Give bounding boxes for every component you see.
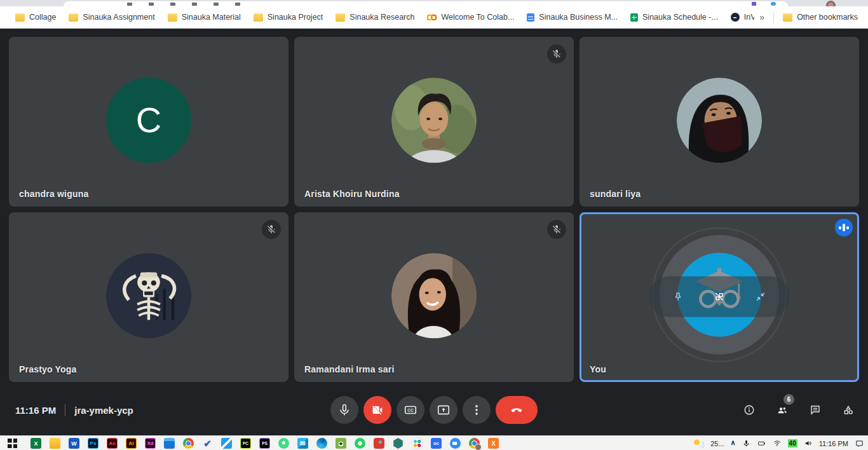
taskbar-app-word[interactable]: W <box>69 438 79 449</box>
extension-icon[interactable] <box>771 2 776 6</box>
windows-taskbar: X W Ps An Ai Xd ✔ PC <box>0 435 868 450</box>
battery-percent-badge[interactable]: 40 <box>788 439 797 447</box>
bookmarks-overflow-button[interactable]: » <box>754 11 770 24</box>
taskbar-app-origami-app[interactable] <box>374 438 384 449</box>
participant-name: Arista Khoiru Nurdina <box>304 189 400 199</box>
taskbar-app-todo-check[interactable]: ✔ <box>202 438 213 449</box>
meeting-details-button[interactable] <box>740 400 759 419</box>
taskbar-app-opencart[interactable]: oc <box>431 438 442 449</box>
activities-button[interactable] <box>839 400 858 419</box>
taskbar-app-illustrator[interactable]: Ai <box>126 438 137 449</box>
taskbar-app-vscode[interactable] <box>221 438 232 449</box>
bookmark-label: InVision <box>744 13 754 22</box>
taskbar-app-chrome[interactable] <box>183 438 194 449</box>
tile-hover-controls <box>649 276 790 317</box>
tray-wifi-icon[interactable] <box>773 439 782 447</box>
bookmark-label: Sinauka Project <box>268 13 323 22</box>
taskbar-app-mail[interactable]: ✉ <box>297 438 308 449</box>
bookmarks-list: Collage Sinauka Assignment Sinauka Mater… <box>10 10 754 24</box>
more-options-button[interactable] <box>463 396 491 424</box>
bookmark-item[interactable]: Sinauka Assignment <box>64 10 159 24</box>
taskbar-app-chrome-profile[interactable] <box>469 438 480 449</box>
bookmarks-bar: Collage Sinauka Assignment Sinauka Mater… <box>0 6 868 29</box>
bookmark-folder-icon <box>168 13 177 22</box>
tray-expand-chevron[interactable]: ∧ <box>731 439 736 447</box>
present-screen-button[interactable] <box>430 396 458 424</box>
avatar-photo <box>391 253 477 338</box>
taskbar-app-pycharm[interactable]: PC <box>240 438 251 449</box>
exit-fullscreen-icon[interactable] <box>751 287 770 306</box>
video-tile-arista[interactable]: Arista Khoiru Nurdina <box>294 37 574 207</box>
taskbar-app-animate[interactable]: An <box>107 438 118 449</box>
taskbar-app-photoshop[interactable]: Ps <box>88 438 98 449</box>
bookmark-label: Sinauka Assignment <box>83 13 154 22</box>
end-call-button[interactable] <box>496 396 538 424</box>
video-tile-sundari[interactable]: sundari liya <box>580 37 859 207</box>
taskbar-clock[interactable]: 11:16 PM <box>819 440 848 447</box>
taskbar-app-xampp[interactable]: ꓫ <box>488 438 499 449</box>
browser-profile-avatar[interactable] <box>826 1 836 6</box>
video-tile-chandra-wiguna[interactable]: C chandra wiguna <box>9 37 288 207</box>
participant-name: Ramandani Irma sari <box>304 364 395 374</box>
participants-button[interactable]: 6 <box>773 400 792 419</box>
tray-volume-icon[interactable] <box>804 439 813 447</box>
bookmark-folder-icon <box>69 13 78 22</box>
taskbar-app-edge[interactable] <box>316 438 327 449</box>
video-tile-you[interactable]: You <box>580 212 859 382</box>
pin-tile-button[interactable] <box>668 287 688 306</box>
bookmark-item[interactable]: Sinauka Material <box>163 10 246 24</box>
taskbar-app-calendar[interactable] <box>164 438 175 449</box>
avatar-photo <box>677 78 762 163</box>
svg-text:CC: CC <box>407 408 414 412</box>
mic-toggle-button[interactable] <box>330 396 358 424</box>
tray-mic-icon[interactable] <box>742 439 750 447</box>
mic-muted-icon <box>547 220 566 239</box>
browser-topbar <box>0 0 868 6</box>
taskbar-app-file-explorer[interactable] <box>50 438 60 449</box>
taskbar-app-android-emulator[interactable] <box>278 438 289 449</box>
remove-tile-icon[interactable] <box>710 287 729 306</box>
taskbar-app-whatsapp[interactable] <box>355 438 365 449</box>
bookmark-item[interactable]: Sinauka Research <box>330 10 419 24</box>
extension-icon[interactable] <box>752 2 756 6</box>
avatar: C <box>106 78 191 163</box>
bookmark-item[interactable]: Sinauka Schedule -... <box>625 10 723 24</box>
taskbar-app-excel[interactable]: X <box>31 438 41 449</box>
video-tile-ramandani[interactable]: Ramandani Irma sari <box>294 212 574 382</box>
bookmark-item[interactable]: Sinauka Business M... <box>522 10 623 24</box>
bookmark-label: Welcome To Colab... <box>441 13 514 22</box>
bookmark-item[interactable]: Welcome To Colab... <box>422 10 519 24</box>
chat-button[interactable] <box>806 400 825 419</box>
taskbar-app-adobe-xd[interactable]: Xd <box>145 438 156 449</box>
video-tile-prastyo[interactable]: Prastyo Yoga <box>9 212 288 382</box>
bookmark-label: Collage <box>29 13 56 22</box>
screen: Collage Sinauka Assignment Sinauka Mater… <box>0 0 868 450</box>
bookmark-item[interactable]: Sinauka Project <box>248 10 329 24</box>
action-center-icon[interactable] <box>855 439 864 448</box>
bookmark-label: Sinauka Schedule -... <box>642 13 718 22</box>
weather-icon[interactable] <box>693 439 704 448</box>
camera-off-button[interactable] <box>363 396 391 424</box>
bookmarks-bar-right: » Other bookmarks <box>754 10 863 24</box>
bookmark-folder-icon <box>336 13 345 22</box>
participant-name: You <box>590 364 606 374</box>
clock-text: 11:16 PM <box>15 405 56 416</box>
address-bar-text-fragment <box>127 3 240 6</box>
tray-battery-icon[interactable] <box>757 439 766 447</box>
bookmark-item[interactable]: Collage <box>10 10 61 24</box>
taskbar-app-slack[interactable] <box>412 438 423 449</box>
start-button[interactable] <box>8 439 17 448</box>
other-bookmarks-label: Other bookmarks <box>797 13 858 22</box>
taskbar-app-zoom[interactable] <box>450 438 461 449</box>
taskbar-app-hexagon-app[interactable] <box>393 438 403 449</box>
participant-name: sundari liya <box>590 189 641 199</box>
bookmark-item[interactable]: InVision <box>726 10 754 24</box>
bookmarks-divider <box>773 11 774 23</box>
bookmark-folder-icon <box>630 13 638 22</box>
taskbar-app-emulator-camera[interactable] <box>336 438 346 449</box>
other-bookmarks-button[interactable]: Other bookmarks <box>778 10 863 24</box>
weather-temp[interactable]: 25... <box>710 440 724 447</box>
captions-button[interactable]: CC <box>397 396 424 424</box>
taskbar-app-phpstorm[interactable]: PS <box>259 438 270 449</box>
bookmark-folder-icon <box>427 13 437 22</box>
